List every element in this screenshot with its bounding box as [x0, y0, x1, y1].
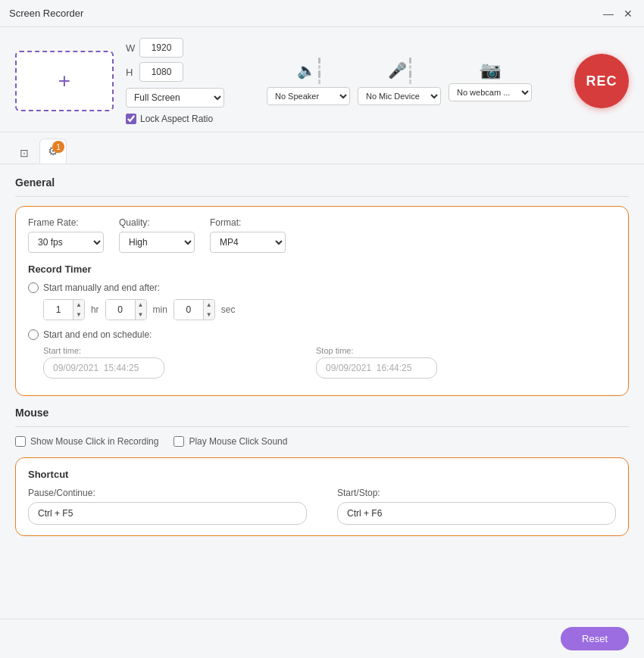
general-settings-card: Frame Rate: 15 fps 24 fps 30 fps 60 fps … — [15, 206, 629, 396]
hr-up-button[interactable]: ▲ — [73, 300, 84, 310]
stop-time-group: Stop time: — [316, 346, 437, 379]
sec-down-button[interactable]: ▼ — [204, 310, 214, 320]
quality-select[interactable]: Low Medium High Ultra — [119, 232, 195, 253]
reset-button[interactable]: Reset — [561, 627, 629, 650]
bottom-bar: Reset — [0, 619, 644, 658]
mouse-checkbox-row: Show Mouse Click in Recording Play Mouse… — [15, 436, 629, 447]
mouse-section: Mouse Show Mouse Click in Recording Play… — [15, 407, 629, 447]
width-input[interactable] — [139, 38, 183, 58]
play-click-checkbox[interactable] — [174, 436, 184, 447]
shortcut-title: Shortcut — [28, 469, 616, 480]
record-timer-title: Record Timer — [28, 264, 616, 275]
min-down-button[interactable]: ▼ — [136, 310, 146, 320]
min-spinner: ▲ ▼ — [105, 299, 147, 320]
show-click-checkbox[interactable] — [15, 436, 26, 447]
mic-section: 🎤 No Mic Device Default Mic — [358, 58, 441, 105]
timer-option2-label: Start and end on schedule: — [43, 329, 152, 340]
timer-option2-radio[interactable] — [28, 329, 39, 340]
pause-shortcut-input[interactable] — [28, 502, 307, 525]
mic-bars — [409, 58, 411, 84]
mic-icon: 🎤 — [388, 61, 407, 80]
dimensions-inputs: W H — [126, 38, 224, 82]
startstop-shortcut-input[interactable] — [337, 502, 616, 525]
shortcut-card: Shortcut Pause/Continue: Start/Stop: — [15, 457, 629, 536]
quality-group: Quality: Low Medium High Ultra — [119, 217, 195, 253]
sec-unit: sec — [221, 304, 236, 315]
tab-settings[interactable]: ⚙ 1 — [39, 139, 67, 164]
speaker-bar-2 — [318, 65, 320, 69]
schedule-times: Start time: Stop time: — [43, 346, 616, 379]
close-button[interactable]: ✕ — [621, 7, 635, 20]
speaker-bars — [318, 58, 320, 84]
width-row: W — [126, 38, 224, 58]
frame-rate-select[interactable]: 15 fps 24 fps 30 fps 60 fps — [28, 232, 104, 253]
mouse-divider — [15, 426, 629, 427]
general-section-title: General — [15, 176, 629, 189]
mic-bar-3 — [409, 70, 411, 78]
minimize-button[interactable]: — — [602, 7, 615, 20]
start-time-label: Start time: — [43, 346, 164, 355]
show-click-item: Show Mouse Click in Recording — [15, 436, 158, 447]
start-time-group: Start time: — [43, 346, 164, 379]
frame-rate-label: Frame Rate: — [28, 217, 104, 228]
sec-spinner: ▲ ▼ — [174, 299, 215, 320]
speaker-bar-1 — [318, 58, 320, 64]
format-group: Format: MP4 AVI MOV FLV TS GIF — [210, 217, 286, 253]
main-content: + W H Full Screen Custom Area Window — [0, 27, 644, 658]
screen-select[interactable]: Full Screen Custom Area Window — [126, 88, 224, 108]
hr-unit: hr — [91, 304, 99, 315]
app-title: Screen Recorder — [9, 8, 602, 19]
av-controls: 🔈 No Speaker Default Speaker 🎤 — [236, 58, 562, 105]
hr-input[interactable] — [44, 300, 73, 320]
settings-panel: General Frame Rate: 15 fps 24 fps 30 fps… — [0, 164, 644, 619]
speaker-icon: 🔈 — [297, 61, 316, 80]
format-select[interactable]: MP4 AVI MOV FLV TS GIF — [210, 232, 286, 253]
min-input[interactable] — [106, 300, 135, 320]
sec-spinner-btns: ▲ ▼ — [203, 300, 214, 320]
speaker-icon-row: 🔈 — [297, 58, 320, 84]
screen-selector-plus-icon: + — [58, 70, 70, 92]
timer-option1-radio[interactable] — [28, 282, 39, 293]
tab-bar: ⊡ ⚙ 1 — [0, 133, 644, 164]
pause-shortcut-label: Pause/Continue: — [28, 488, 307, 498]
mic-select[interactable]: No Mic Device Default Mic — [358, 87, 441, 105]
title-bar: Screen Recorder — ✕ — [0, 0, 644, 27]
dimensions-column: W H Full Screen Custom Area Window Lock … — [126, 38, 224, 124]
timer-option2-row: Start and end on schedule: — [28, 329, 616, 340]
timer-option1-row: Start manually and end after: — [28, 282, 616, 293]
play-click-label: Play Mouse Click Sound — [189, 436, 287, 447]
height-label: H — [126, 67, 135, 78]
tab-screen[interactable]: ⊡ — [12, 142, 36, 164]
lock-aspect-label: Lock Aspect Ratio — [140, 114, 213, 124]
format-label: Format: — [210, 217, 286, 228]
start-time-input[interactable] — [43, 357, 164, 379]
speaker-select[interactable]: No Speaker Default Speaker — [267, 87, 350, 105]
webcam-select[interactable]: No webcam ... Default Webcam — [449, 83, 532, 101]
top-toolbar: + W H Full Screen Custom Area Window — [0, 27, 644, 133]
height-row: H — [126, 62, 224, 82]
pause-shortcut-group: Pause/Continue: — [28, 488, 307, 525]
mouse-section-title: Mouse — [15, 407, 629, 419]
startstop-shortcut-group: Start/Stop: — [337, 488, 616, 525]
stop-time-label: Stop time: — [316, 346, 437, 355]
title-bar-controls: — ✕ — [602, 7, 635, 20]
sec-input[interactable] — [174, 300, 203, 320]
min-up-button[interactable]: ▲ — [136, 300, 146, 310]
stop-time-input[interactable] — [316, 357, 437, 379]
hr-down-button[interactable]: ▼ — [73, 310, 84, 320]
min-spinner-btns: ▲ ▼ — [135, 300, 146, 320]
height-input[interactable] — [139, 62, 183, 82]
startstop-shortcut-label: Start/Stop: — [337, 488, 616, 498]
screen-selector[interactable]: + — [15, 51, 114, 111]
general-divider — [15, 196, 629, 197]
min-unit: min — [153, 304, 167, 315]
tab-screen-icon: ⊡ — [20, 147, 29, 159]
lock-aspect-checkbox[interactable] — [126, 114, 136, 124]
speaker-section: 🔈 No Speaker Default Speaker — [267, 58, 350, 105]
webcam-section: 📷 No webcam ... Default Webcam — [449, 61, 532, 101]
webcam-icon-row: 📷 — [480, 61, 501, 80]
rec-button[interactable]: REC — [574, 54, 629, 108]
webcam-icon: 📷 — [480, 61, 501, 80]
sec-up-button[interactable]: ▲ — [204, 300, 214, 310]
width-label: W — [126, 42, 135, 54]
